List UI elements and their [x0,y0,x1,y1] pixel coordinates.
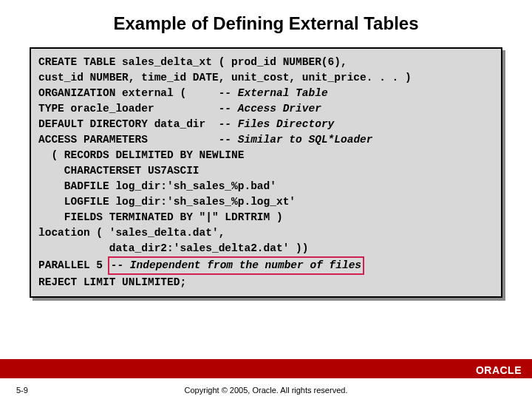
oracle-logo: ORACLE [476,364,522,376]
code-line: TYPE oracle_loader -- Access Driver [38,101,494,117]
code-text: ACCESS PARAMETERS [38,134,148,146]
code-line: data_dir2:'sales_delta2.dat' )) [38,241,494,256]
code-line: DEFAULT DIRECTORY data_dir -- Files Dire… [38,117,494,132]
code-line: BADFILE log_dir:'sh_sales_%p.bad' [38,179,494,194]
code-comment: -- Similar to SQL*Loader [219,134,373,146]
code-line: cust_id NUMBER, time_id DATE, unit_cost,… [38,70,494,86]
code-line: CREATE TABLE sales_delta_xt ( prod_id NU… [38,55,494,70]
slide-title: Example of Defining External Tables [0,0,532,43]
code-line: CHARACTERSET US7ASCII [38,163,494,179]
code-line: ACCESS PARAMETERS -- Similar to SQL*Load… [38,132,494,148]
footer-bar [0,359,532,378]
code-line: FIELDS TERMINATED BY "|" LDRTRIM ) [38,210,494,225]
code-text: DEFAULT DIRECTORY data_dir [38,118,205,130]
code-text: TYPE oracle_loader [38,103,154,115]
code-line: location ( 'sales_delta.dat', [38,225,494,241]
code-comment: -- Access Driver [219,103,321,115]
code-comment: -- Files Directory [219,118,335,130]
copyright-text: Copyright © 2005, Oracle. All rights res… [0,386,532,395]
code-line: PARALLEL 5 -- Independent from the numbe… [38,256,494,275]
code-line: LOGFILE log_dir:'sh_sales_%p.log_xt' [38,194,494,210]
code-comment: -- External Table [219,87,328,99]
code-text: ORGANIZATION external ( [38,87,186,99]
code-line: REJECT LIMIT UNLIMITED; [38,275,494,290]
code-text: PARALLEL 5 [38,259,109,271]
highlighted-comment: -- Independent from the number of files [108,256,364,275]
code-block: CREATE TABLE sales_delta_xt ( prod_id NU… [30,47,502,298]
code-line: ORGANIZATION external ( -- External Tabl… [38,86,494,101]
code-line: ( RECORDS DELIMITED BY NEWLINE [38,148,494,163]
